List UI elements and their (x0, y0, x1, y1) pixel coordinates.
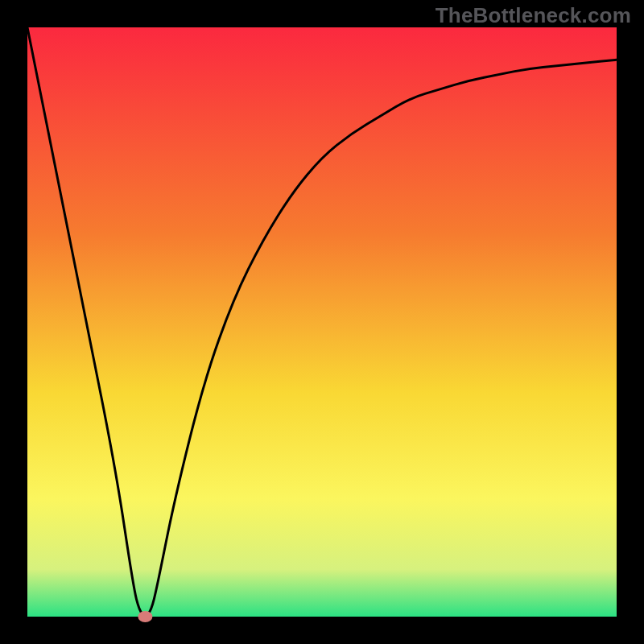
bottleneck-chart (0, 0, 644, 644)
watermark-text: TheBottleneck.com (436, 3, 631, 28)
chart-container: TheBottleneck.com (0, 0, 644, 644)
minimum-marker-icon (138, 611, 152, 622)
chart-plot-background (27, 27, 617, 617)
